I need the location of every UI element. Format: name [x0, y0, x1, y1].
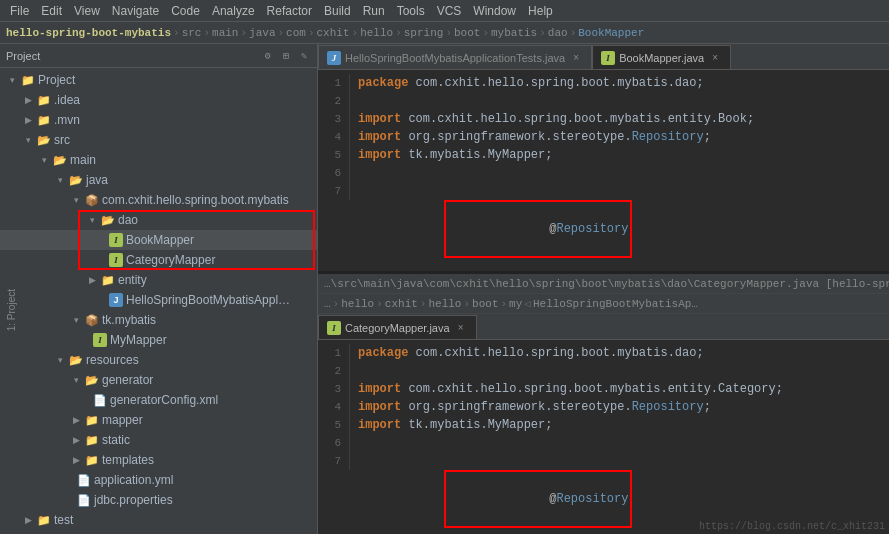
tree-item-src[interactable]: ▾ 📂 src: [0, 130, 317, 150]
folder-icon-resources: 📂: [68, 352, 84, 368]
arrow-dao: ▾: [84, 212, 100, 228]
tree-item-generatorconfig[interactable]: 📄 generatorConfig.xml: [0, 390, 317, 410]
tab-tests-icon: J: [327, 51, 341, 65]
main-layout: 1: Project Project ⚙ ⊞ ✎ ▾ 📁 Project ▶ 📁: [0, 44, 889, 534]
arrow-tkmybatis: ▾: [68, 312, 84, 328]
tab-tests-close[interactable]: ×: [569, 51, 583, 65]
code-line-2: 2: [318, 92, 889, 110]
sidebar-title: Project: [6, 50, 40, 62]
tree-label-src: src: [52, 133, 70, 147]
menu-view[interactable]: View: [68, 0, 106, 21]
tab-tests[interactable]: J HelloSpringBootMybatisApplicationTests…: [318, 45, 592, 69]
arrow-static: ▶: [68, 432, 84, 448]
package-icon: 📦: [84, 192, 100, 208]
settings-icon[interactable]: ✎: [297, 49, 311, 63]
tab-bookmapper[interactable]: I BookMapper.java ×: [592, 45, 731, 69]
tree-item-templates[interactable]: ▶ 📁 templates: [0, 450, 317, 470]
tree-item-mvn[interactable]: ▶ 📁 .mvn: [0, 110, 317, 130]
tree-item-categorymapper[interactable]: I CategoryMapper: [0, 250, 317, 270]
menu-window[interactable]: Window: [467, 0, 522, 21]
tree-item-resources[interactable]: ▾ 📂 resources: [0, 350, 317, 370]
lower-path-bar: …\src\main\java\com\cxhit\hello\spring\b…: [318, 274, 889, 294]
folder-icon-static: 📁: [84, 432, 100, 448]
menu-vcs[interactable]: VCS: [431, 0, 468, 21]
tab-categorymapper[interactable]: I CategoryMapper.java ×: [318, 315, 477, 339]
menu-tools[interactable]: Tools: [391, 0, 431, 21]
lower-code-line-5: 5 import tk.mybatis.MyMapper;: [318, 416, 889, 434]
tree-label-categorymapper: CategoryMapper: [124, 253, 215, 267]
code-line-7: 7 @Repository: [318, 182, 889, 271]
tree-item-mymapper[interactable]: I MyMapper: [0, 330, 317, 350]
menu-refactor[interactable]: Refactor: [261, 0, 318, 21]
lower-code-line-4: 4 import org.springframework.stereotype.…: [318, 398, 889, 416]
sidebar-vertical-label: 1: Project: [6, 289, 17, 331]
tree-item-main[interactable]: ▾ 📂 main: [0, 150, 317, 170]
menu-edit[interactable]: Edit: [35, 0, 68, 21]
tree-label-applicationyml: application.yml: [92, 473, 173, 487]
tree-label-idea: .idea: [52, 93, 80, 107]
upper-tab-bar: J HelloSpringBootMybatisApplicationTests…: [318, 44, 889, 70]
menu-help[interactable]: Help: [522, 0, 559, 21]
folder-icon-test: 📁: [36, 512, 52, 528]
sidebar-header: Project ⚙ ⊞ ✎: [0, 44, 317, 68]
code-line-5: 5 import tk.mybatis.MyMapper;: [318, 146, 889, 164]
tree-label-tkmybatis: tk.mybatis: [100, 313, 156, 327]
interface-icon-categorymapper: I: [108, 252, 124, 268]
menu-code[interactable]: Code: [165, 0, 206, 21]
tree-label-project: Project: [36, 73, 75, 87]
right-panel: J HelloSpringBootMybatisApplicationTests…: [318, 44, 889, 534]
props-icon-jdbcprops: 📄: [76, 492, 92, 508]
folder-icon-project: 📁: [20, 72, 36, 88]
upper-code-area[interactable]: 1 package com.cxhit.hello.spring.boot.my…: [318, 70, 889, 271]
lower-code-line-3: 3 import com.cxhit.hello.spring.boot.myb…: [318, 380, 889, 398]
tree-item-helloapp[interactable]: J HelloSpringBootMybatisAppl…: [0, 290, 317, 310]
tree-label-templates: templates: [100, 453, 154, 467]
lower-code-area[interactable]: 1 package com.cxhit.hello.spring.boot.my…: [318, 340, 889, 534]
tree-item-static[interactable]: ▶ 📁 static: [0, 430, 317, 450]
tree-item-mapper[interactable]: ▶ 📁 mapper: [0, 410, 317, 430]
menu-file[interactable]: File: [4, 0, 35, 21]
tree-item-generator[interactable]: ▾ 📂 generator: [0, 370, 317, 390]
tree-label-jdbcprops: jdbc.properties: [92, 493, 173, 507]
tree-label-bookmapper: BookMapper: [124, 233, 194, 247]
tree-item-project[interactable]: ▾ 📁 Project: [0, 70, 317, 90]
arrow-jdbcprops: [68, 492, 76, 508]
arrow-categorymapper: [100, 252, 108, 268]
gear-icon[interactable]: ⚙: [261, 49, 275, 63]
arrow-bookmapper: [100, 232, 108, 248]
menu-build[interactable]: Build: [318, 0, 357, 21]
tab-bookmapper-label: BookMapper.java: [619, 52, 704, 64]
code-line-1: 1 package com.cxhit.hello.spring.boot.my…: [318, 74, 889, 92]
arrow-entity: ▶: [84, 272, 100, 288]
menu-bar: File Edit View Navigate Code Analyze Ref…: [0, 0, 889, 22]
folder-icon-main: 📂: [52, 152, 68, 168]
menu-run[interactable]: Run: [357, 0, 391, 21]
menu-navigate[interactable]: Navigate: [106, 0, 165, 21]
arrow-project: ▾: [4, 72, 20, 88]
arrow-mapper: ▶: [68, 412, 84, 428]
tab-bookmapper-close[interactable]: ×: [708, 51, 722, 65]
tree-label-generatorconfig: generatorConfig.xml: [108, 393, 218, 407]
tree-item-dao[interactable]: ▾ 📂 dao: [0, 210, 317, 230]
sidebar-tree: ▾ 📁 Project ▶ 📁 .idea ▶ 📁 .mvn ▾: [0, 68, 317, 534]
yaml-icon-applicationyml: 📄: [76, 472, 92, 488]
sidebar-icon-group: ⚙ ⊞ ✎: [261, 49, 311, 63]
layout-icon[interactable]: ⊞: [279, 49, 293, 63]
tree-item-idea[interactable]: ▶ 📁 .idea: [0, 90, 317, 110]
folder-icon-dao: 📂: [100, 212, 116, 228]
tree-item-test[interactable]: ▶ 📁 test: [0, 510, 317, 530]
arrow-java: ▾: [52, 172, 68, 188]
tab-categorymapper-close[interactable]: ×: [454, 321, 468, 335]
tree-item-applicationyml[interactable]: 📄 application.yml: [0, 470, 317, 490]
tree-item-tkmybatis[interactable]: ▾ 📦 tk.mybatis: [0, 310, 317, 330]
arrow-helloapp: [100, 292, 108, 308]
menu-analyze[interactable]: Analyze: [206, 0, 261, 21]
tree-item-jdbcprops[interactable]: 📄 jdbc.properties: [0, 490, 317, 510]
tree-item-bookmapper[interactable]: I BookMapper: [0, 230, 317, 250]
lower-editor: …\src\main\java\com\cxhit\hello\spring\b…: [318, 274, 889, 534]
tree-item-com-pkg[interactable]: ▾ 📦 com.cxhit.hello.spring.boot.mybatis: [0, 190, 317, 210]
tree-item-entity[interactable]: ▶ 📁 entity: [0, 270, 317, 290]
tree-item-java[interactable]: ▾ 📂 java: [0, 170, 317, 190]
tree-label-dao: dao: [116, 213, 138, 227]
lower-code-line-1: 1 package com.cxhit.hello.spring.boot.my…: [318, 344, 889, 362]
